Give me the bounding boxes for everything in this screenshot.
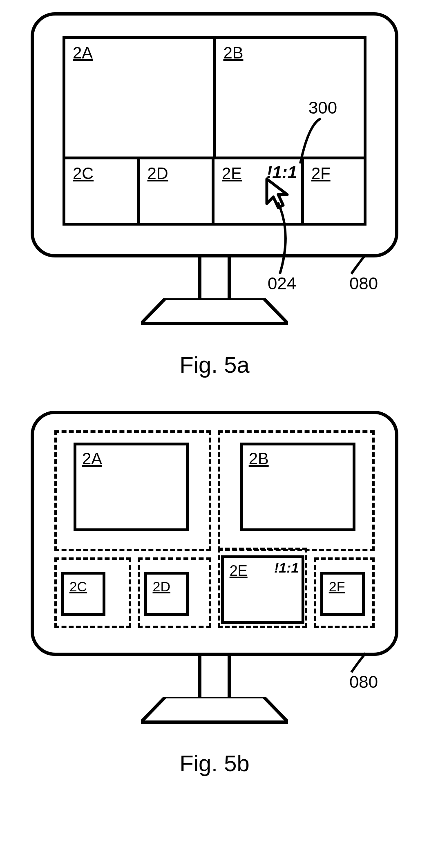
monitor-stand-base xyxy=(141,697,288,725)
cell-2d: 2D xyxy=(140,159,215,223)
monitor: 2A 2B 2C 2D 2E !1:1 xyxy=(31,12,398,327)
figure-caption: Fig. 5a xyxy=(8,351,421,378)
monitor-stand-base xyxy=(141,298,288,327)
cell-label: 2E xyxy=(222,164,242,182)
figure-caption: Fig. 5b xyxy=(8,750,421,776)
cell-label: 2C xyxy=(73,164,94,182)
box-2e: 2E !1:1 xyxy=(221,555,304,624)
bottom-row: 2C 2D 2E !1:1 2F xyxy=(65,157,364,223)
ratio-badge: !1:1 xyxy=(274,560,299,576)
cell-label: 2A xyxy=(82,450,102,468)
cell-2e: 2E !1:1 xyxy=(214,159,304,223)
cell-label: 2B xyxy=(249,450,269,468)
cell-label: 2C xyxy=(69,579,87,594)
callout-080: 080 xyxy=(349,672,378,692)
monitor-stand-neck xyxy=(198,656,231,697)
top-row: 2A 2B xyxy=(65,39,364,157)
cell-2f: 2F xyxy=(304,159,364,223)
monitor: 2A 2B 2C 2D 2E !1:1 2F xyxy=(31,411,398,725)
cell-2a: 2A xyxy=(65,39,216,157)
cell-2c: 2C xyxy=(65,159,140,223)
callout-024: 024 xyxy=(268,274,296,293)
callout-080: 080 xyxy=(349,274,378,293)
cell-label: 2B xyxy=(223,44,244,62)
figure-5a: 2A 2B 2C 2D 2E !1:1 xyxy=(8,12,421,378)
monitor-bezel: 2A 2B 2C 2D 2E !1:1 xyxy=(31,12,398,257)
monitor-bezel: 2A 2B 2C 2D 2E !1:1 2F xyxy=(31,411,398,656)
callout-300: 300 xyxy=(308,98,337,118)
box-2a: 2A xyxy=(74,443,189,531)
screen-area: 2A 2B 2C 2D 2E !1:1 2F xyxy=(54,430,375,632)
box-2d: 2D xyxy=(144,572,189,616)
cell-label: 2E xyxy=(230,562,248,579)
cell-label: 2A xyxy=(73,44,93,62)
box-2b: 2B xyxy=(240,443,355,531)
monitor-stand-neck xyxy=(198,257,231,298)
ratio-badge: !1:1 xyxy=(266,163,297,182)
figure-5b: 2A 2B 2C 2D 2E !1:1 2F xyxy=(8,411,421,776)
cell-label: 2F xyxy=(311,164,331,182)
cell-2b: 2B xyxy=(216,39,364,157)
cell-label: 2D xyxy=(147,164,168,182)
screen-grid: 2A 2B 2C 2D 2E !1:1 xyxy=(63,36,366,226)
box-2f: 2F xyxy=(320,572,365,616)
cell-label: 2D xyxy=(153,579,170,594)
box-2c: 2C xyxy=(61,572,106,616)
cell-label: 2F xyxy=(329,579,345,594)
